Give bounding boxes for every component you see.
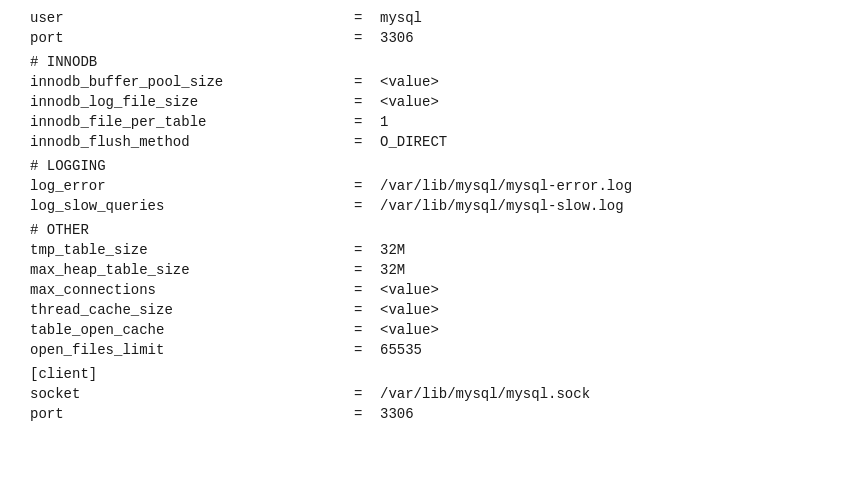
table-row: innodb_flush_method=O_DIRECT (30, 132, 811, 152)
table-row: innodb_buffer_pool_size=<value> (30, 72, 811, 92)
config-equals: = (350, 404, 380, 424)
config-equals: = (350, 384, 380, 404)
config-equals: = (350, 196, 380, 216)
config-key: socket (30, 384, 350, 404)
table-row: thread_cache_size=<value> (30, 300, 811, 320)
config-key: innodb_file_per_table (30, 112, 350, 132)
config-value: <value> (380, 280, 811, 300)
config-key: innodb_log_file_size (30, 92, 350, 112)
table-row: log_error=/var/lib/mysql/mysql-error.log (30, 176, 811, 196)
config-key: tmp_table_size (30, 240, 350, 260)
section-header-text: [client] (30, 360, 811, 384)
config-value: /var/lib/mysql/mysql-slow.log (380, 196, 811, 216)
config-key: log_slow_queries (30, 196, 350, 216)
config-equals: = (350, 28, 380, 48)
config-key: innodb_buffer_pool_size (30, 72, 350, 92)
table-row: innodb_log_file_size=<value> (30, 92, 811, 112)
config-equals: = (350, 132, 380, 152)
config-table: user=mysqlport=3306# INNODBinnodb_buffer… (30, 8, 811, 424)
config-equals: = (350, 320, 380, 340)
config-value: 3306 (380, 28, 811, 48)
config-value: O_DIRECT (380, 132, 811, 152)
config-equals: = (350, 260, 380, 280)
config-key: max_connections (30, 280, 350, 300)
config-value: <value> (380, 300, 811, 320)
config-value: 32M (380, 260, 811, 280)
comment-text: # LOGGING (30, 152, 811, 176)
config-equals: = (350, 280, 380, 300)
config-key: port (30, 404, 350, 424)
config-key: open_files_limit (30, 340, 350, 360)
config-value: <value> (380, 72, 811, 92)
table-row: table_open_cache=<value> (30, 320, 811, 340)
config-key: user (30, 8, 350, 28)
config-key: thread_cache_size (30, 300, 350, 320)
config-equals: = (350, 112, 380, 132)
config-equals: = (350, 300, 380, 320)
config-value: /var/lib/mysql/mysql.sock (380, 384, 811, 404)
config-equals: = (350, 72, 380, 92)
config-value: 32M (380, 240, 811, 260)
config-value: <value> (380, 92, 811, 112)
table-row: user=mysql (30, 8, 811, 28)
config-value: /var/lib/mysql/mysql-error.log (380, 176, 811, 196)
config-equals: = (350, 176, 380, 196)
table-row: max_heap_table_size=32M (30, 260, 811, 280)
config-comment: # LOGGING (30, 152, 811, 176)
config-key: log_error (30, 176, 350, 196)
config-value: 65535 (380, 340, 811, 360)
table-row: innodb_file_per_table=1 (30, 112, 811, 132)
comment-text: # INNODB (30, 48, 811, 72)
config-comment: # INNODB (30, 48, 811, 72)
table-row: port=3306 (30, 28, 811, 48)
config-value: mysql (380, 8, 811, 28)
table-row: socket=/var/lib/mysql/mysql.sock (30, 384, 811, 404)
config-value: 3306 (380, 404, 811, 424)
table-row: log_slow_queries=/var/lib/mysql/mysql-sl… (30, 196, 811, 216)
config-key: max_heap_table_size (30, 260, 350, 280)
config-equals: = (350, 340, 380, 360)
config-key: table_open_cache (30, 320, 350, 340)
table-row: port=3306 (30, 404, 811, 424)
config-section-header: [client] (30, 360, 811, 384)
config-value: 1 (380, 112, 811, 132)
config-key: innodb_flush_method (30, 132, 350, 152)
comment-text: # OTHER (30, 216, 811, 240)
config-key: port (30, 28, 350, 48)
config-equals: = (350, 240, 380, 260)
config-comment: # OTHER (30, 216, 811, 240)
table-row: max_connections=<value> (30, 280, 811, 300)
table-row: open_files_limit=65535 (30, 340, 811, 360)
config-value: <value> (380, 320, 811, 340)
config-equals: = (350, 92, 380, 112)
config-equals: = (350, 8, 380, 28)
table-row: tmp_table_size=32M (30, 240, 811, 260)
